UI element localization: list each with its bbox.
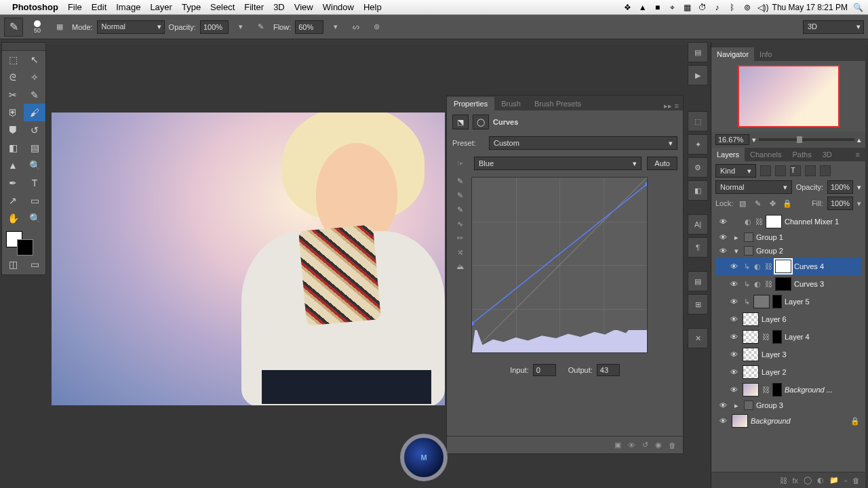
marquee-tool[interactable]: ↖ xyxy=(24,51,45,68)
menu-window[interactable]: Window xyxy=(323,2,354,12)
status-icon[interactable]: ■ xyxy=(653,3,663,12)
type-tool[interactable]: T xyxy=(24,174,45,192)
layer-opacity-input[interactable] xyxy=(827,180,853,194)
status-icon[interactable]: ⏱ xyxy=(698,3,707,12)
gradient-tool[interactable]: ▤ xyxy=(24,139,45,157)
opacity-input[interactable] xyxy=(200,20,229,34)
layer-row[interactable]: 👁 Layer 3 xyxy=(715,346,861,363)
layer-row[interactable]: 👁 Layer 2 xyxy=(715,363,861,381)
status-icon[interactable]: ▦ xyxy=(683,3,692,12)
flow-input[interactable] xyxy=(295,20,323,34)
collapse-icon[interactable]: ▸▸ xyxy=(664,102,672,110)
dock-icon[interactable]: ▤ xyxy=(688,42,708,62)
tab-properties[interactable]: Properties xyxy=(447,97,494,110)
tab-brush[interactable]: Brush xyxy=(494,97,528,110)
filter-type-icon[interactable]: T xyxy=(790,165,801,176)
layer-row[interactable]: 👁 Layer 6 xyxy=(715,310,861,328)
mask-icon[interactable]: ◯ xyxy=(473,115,489,129)
dock-icon[interactable]: ⊞ xyxy=(688,294,708,314)
link-layers-icon[interactable]: ⛓ xyxy=(780,476,787,485)
opacity-flyout-icon[interactable]: ▾ xyxy=(857,183,861,192)
group-add-icon[interactable]: 📁 xyxy=(829,476,839,485)
menubar-clock[interactable]: Thu May 17 8:21 PM xyxy=(772,3,848,12)
layer-row[interactable]: 👁 ▸ Group 1 xyxy=(715,230,861,244)
visibility-eye-icon[interactable]: 👁 xyxy=(728,298,740,306)
path-select-tool[interactable]: ↗ xyxy=(2,192,24,209)
group-collapse-icon[interactable]: ▸ xyxy=(732,401,741,410)
layer-thumb[interactable] xyxy=(743,312,759,326)
zoom-tool[interactable]: 🔍 xyxy=(24,209,45,227)
group-collapse-icon[interactable]: ▸ xyxy=(732,233,741,242)
new-layer-icon[interactable]: ▫ xyxy=(844,476,847,485)
layer-thumb[interactable] xyxy=(743,383,759,396)
panel-menu-icon[interactable]: ≡ xyxy=(675,102,679,110)
curves-adj-icon[interactable]: ⬔ xyxy=(452,115,469,129)
tab-navigator[interactable]: Navigator xyxy=(711,47,754,61)
dock-icon[interactable]: ¶ xyxy=(688,237,708,258)
tab-channels[interactable]: Channels xyxy=(745,148,787,161)
crop-tool[interactable]: ✂ xyxy=(2,86,24,104)
panel-menu-icon[interactable]: ≡ xyxy=(850,148,865,161)
menu-3d[interactable]: 3D xyxy=(273,2,285,12)
menu-file[interactable]: File xyxy=(68,2,82,12)
app-name[interactable]: Photoshop xyxy=(12,2,58,12)
visibility-eye-icon[interactable]: 👁 xyxy=(728,350,740,359)
bluetooth-icon[interactable]: ᛒ xyxy=(728,3,737,12)
tool-preset-button[interactable]: ✎ xyxy=(4,18,23,37)
layer-row[interactable]: 👁 ▸ Group 3 xyxy=(715,399,861,412)
wifi-icon[interactable]: ⊚ xyxy=(743,3,752,12)
flow-flyout-icon[interactable]: ▾ xyxy=(328,19,344,35)
menu-filter[interactable]: Filter xyxy=(244,2,264,12)
dock-icon[interactable]: ✕ xyxy=(688,328,708,348)
color-swatches[interactable] xyxy=(2,230,45,257)
blend-mode-select[interactable]: Normal xyxy=(97,20,165,34)
layer-thumb[interactable] xyxy=(743,330,759,344)
curve-input-field[interactable] xyxy=(533,364,556,376)
healing-tool[interactable]: ⛨ xyxy=(2,104,24,121)
curve-output-field[interactable] xyxy=(597,364,620,376)
visibility-eye-icon[interactable]: 👁 xyxy=(717,247,729,255)
menu-type[interactable]: Type xyxy=(182,2,201,12)
dock-icon[interactable]: A| xyxy=(688,214,708,235)
menu-select[interactable]: Select xyxy=(210,2,235,12)
layer-row[interactable]: 👁 ↳ ◐ ⛓ Curves 3 xyxy=(715,275,861,293)
lasso-tool[interactable]: ᘓ xyxy=(2,68,24,86)
tab-layers[interactable]: Layers xyxy=(711,148,745,161)
pen-tool[interactable]: ✒ xyxy=(2,174,24,192)
layer-row[interactable]: 👁 ⛓ Background ... xyxy=(715,381,861,399)
toggle-visibility-icon[interactable]: ◉ xyxy=(655,441,662,449)
dock-icon[interactable]: ▶ xyxy=(688,65,708,85)
targeted-adjust-icon[interactable]: ☞ xyxy=(452,155,469,171)
lock-pixels-icon[interactable]: ✎ xyxy=(752,199,763,208)
magic-wand-tool[interactable]: ✧ xyxy=(24,68,45,86)
tab-brush-presets[interactable]: Brush Presets xyxy=(528,97,588,110)
shape-tool[interactable]: ▭ xyxy=(24,192,45,209)
status-icon[interactable]: ❖ xyxy=(623,3,633,12)
zoom-input[interactable] xyxy=(715,134,749,145)
auto-button[interactable]: Auto xyxy=(647,157,677,170)
menu-image[interactable]: Image xyxy=(116,2,140,12)
dock-icon[interactable]: ◧ xyxy=(688,180,708,201)
visibility-eye-icon[interactable]: 👁 xyxy=(717,233,729,241)
tab-paths[interactable]: Paths xyxy=(787,148,817,161)
status-icon[interactable]: ⌖ xyxy=(668,3,677,12)
menu-edit[interactable]: Edit xyxy=(92,2,106,12)
visibility-eye-icon[interactable]: 👁 xyxy=(728,315,740,323)
clip-to-layer-icon[interactable]: ▣ xyxy=(614,441,621,449)
history-brush-tool[interactable]: ↺ xyxy=(24,121,45,139)
trash-icon[interactable]: 🗑 xyxy=(669,441,676,449)
lock-all-icon[interactable]: 🔒 xyxy=(782,199,793,208)
brush-preview[interactable]: 50 xyxy=(27,17,47,37)
dock-icon[interactable]: ⬚ xyxy=(688,111,708,131)
histogram-icon[interactable]: ⛰ xyxy=(456,262,464,270)
mask-thumb[interactable] xyxy=(772,330,782,344)
layer-blend-select[interactable]: Normal xyxy=(715,180,792,194)
screenmode-icon[interactable]: ▭ xyxy=(31,258,39,270)
eraser-tool[interactable]: ◧ xyxy=(2,139,24,157)
fill-input[interactable] xyxy=(827,197,853,210)
mask-thumb[interactable] xyxy=(775,260,791,273)
visibility-eye-icon[interactable]: 👁 xyxy=(728,333,740,341)
layer-thumb[interactable] xyxy=(743,348,759,361)
visibility-eye-icon[interactable]: 👁 xyxy=(717,401,729,409)
move-tool[interactable]: ⬚ xyxy=(2,51,24,68)
